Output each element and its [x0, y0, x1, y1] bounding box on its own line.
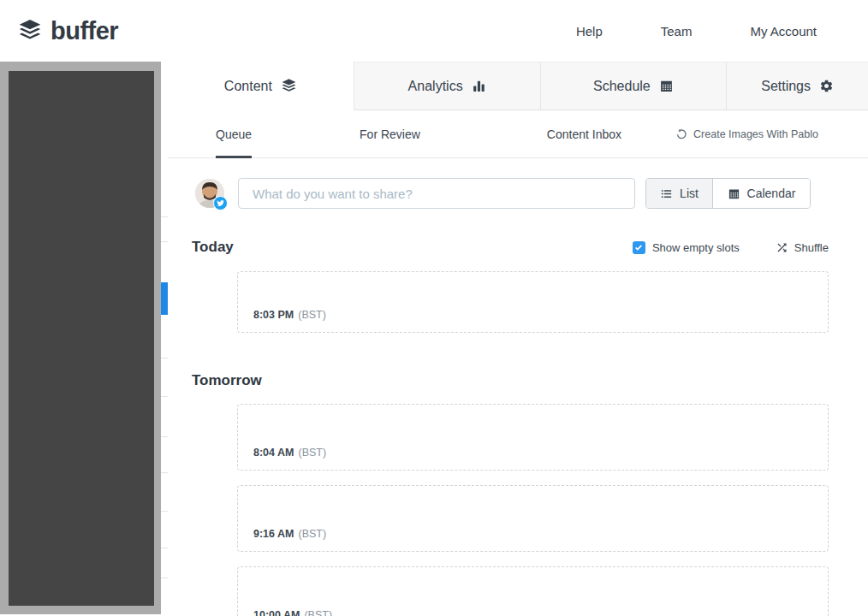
list-view-button[interactable]: List: [646, 179, 713, 208]
shuffle-label: Shuffle: [794, 241, 829, 254]
strip-divider: [161, 472, 168, 473]
gear-icon: [819, 79, 834, 93]
empty-slot[interactable]: 8:03 PM (BST): [237, 271, 829, 333]
strip-divider: [161, 548, 168, 548]
share-input[interactable]: [238, 178, 635, 209]
section-header-today: Today Show empty slots Shuffle: [192, 239, 829, 256]
strip-divider: [161, 511, 168, 512]
strip-divider: [161, 396, 168, 397]
avatar: [195, 179, 224, 208]
strip-divider: [161, 436, 168, 437]
tab-schedule-label: Schedule: [593, 79, 651, 94]
shuffle-icon: [776, 241, 788, 254]
shuffle-button[interactable]: Shuffle: [776, 241, 829, 254]
queue-controls: Show empty slots Shuffle: [633, 241, 829, 254]
subtabbar: Queue For Review Content Inbox Create Im…: [168, 110, 868, 158]
subtab-content-inbox[interactable]: Content Inbox: [547, 110, 621, 157]
section-header-tomorrow: Tomorrow: [192, 372, 829, 389]
subtab-queue-label: Queue: [216, 127, 252, 141]
empty-slot[interactable]: 8:04 AM (BST): [237, 404, 829, 471]
sidebar-dark-panel: [0, 62, 161, 614]
slot-time: 10:00 AM: [253, 609, 300, 616]
tab-content-label: Content: [224, 79, 272, 94]
slot-time: 8:03 PM: [253, 309, 294, 321]
strip-divider: [161, 578, 168, 578]
slot-timezone: (BST): [298, 447, 326, 459]
view-toggle: List Calendar: [645, 178, 811, 209]
buffer-app: buffer Help Team My Account: [0, 0, 868, 616]
tab-content[interactable]: Content: [168, 62, 354, 110]
profile-strip: [161, 62, 168, 614]
calendar-view-button[interactable]: Calendar: [713, 179, 810, 208]
nav-team[interactable]: Team: [632, 15, 722, 47]
twitter-badge-icon: [213, 196, 228, 210]
strip-divider: [161, 241, 168, 242]
subtab-for-review-label: For Review: [360, 127, 420, 141]
slot-timezone: (BST): [304, 609, 332, 616]
show-empty-slots-label: Show empty slots: [652, 241, 740, 254]
selected-profile-indicator: [161, 282, 168, 315]
section-title-tomorrow: Tomorrow: [192, 372, 262, 389]
calendar-icon: [659, 79, 674, 93]
create-images-with-pablo-link[interactable]: Create Images With Pablo: [675, 128, 818, 140]
subtab-for-review[interactable]: For Review: [360, 110, 420, 157]
strip-divider: [161, 358, 168, 358]
nav-help[interactable]: Help: [547, 15, 632, 47]
workspace: Content Analytics Sche: [0, 62, 868, 616]
subtab-queue[interactable]: Queue: [216, 110, 252, 157]
slot-timezone: (BST): [298, 528, 326, 540]
tab-settings[interactable]: Settings: [726, 62, 868, 110]
tab-settings-label: Settings: [761, 79, 811, 94]
calendar-icon: [728, 187, 740, 200]
buffer-logo-text: buffer: [51, 17, 118, 45]
subtab-content-inbox-label: Content Inbox: [547, 127, 621, 141]
main-panel: Content Analytics Sche: [168, 62, 868, 616]
slot-time: 9:16 AM: [253, 528, 294, 540]
buffer-logo-icon: [17, 20, 43, 43]
pablo-link-label: Create Images With Pablo: [693, 128, 818, 140]
check-icon: [634, 243, 643, 252]
top-nav: Help Team My Account: [547, 15, 846, 47]
empty-slot[interactable]: 9:16 AM (BST): [237, 485, 829, 552]
tab-analytics-label: Analytics: [408, 79, 463, 94]
buffer-logo[interactable]: buffer: [17, 17, 118, 45]
sidebar-dark-inner: [9, 71, 154, 606]
bar-chart-icon: [472, 79, 486, 93]
slot-timezone: (BST): [298, 309, 326, 321]
show-empty-slots-toggle[interactable]: Show empty slots: [633, 241, 740, 254]
tab-schedule[interactable]: Schedule: [540, 62, 727, 110]
section-title-today: Today: [192, 239, 234, 256]
slot-time: 8:04 AM: [253, 447, 294, 459]
empty-slot[interactable]: 10:00 AM (BST): [237, 566, 829, 616]
list-view-label: List: [680, 187, 699, 200]
composer: List Calendar: [195, 178, 868, 209]
pablo-icon: [675, 128, 687, 140]
strip-divider: [161, 216, 168, 217]
tab-analytics[interactable]: Analytics: [354, 62, 540, 110]
top-header: buffer Help Team My Account: [0, 0, 868, 62]
list-icon: [660, 187, 673, 200]
layers-icon: [281, 79, 297, 94]
show-empty-slots-checkbox[interactable]: [633, 241, 645, 254]
nav-my-account[interactable]: My Account: [721, 15, 846, 47]
primary-tabbar: Content Analytics Sche: [168, 62, 868, 110]
calendar-view-label: Calendar: [747, 187, 796, 200]
